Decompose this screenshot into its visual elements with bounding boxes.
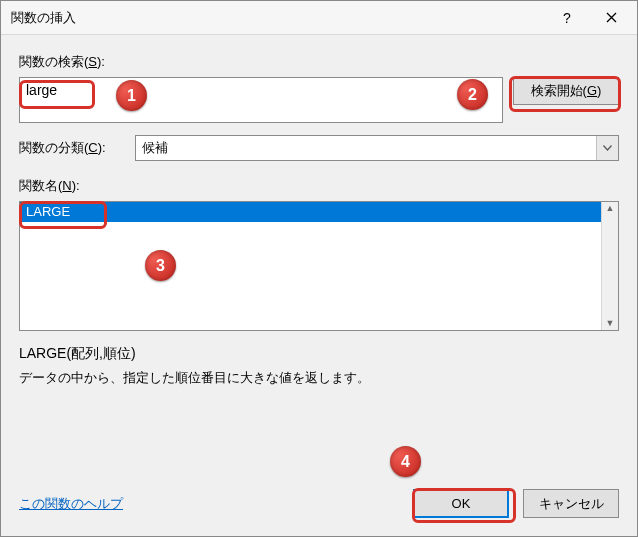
search-label: 関数の検索(S): bbox=[19, 53, 619, 71]
function-name-label: 関数名(N): bbox=[19, 177, 619, 195]
titlebar: 関数の挿入 ? bbox=[1, 1, 637, 35]
dialog-footer: この関数のヘルプ OK キャンセル bbox=[1, 475, 637, 536]
function-list[interactable]: LARGE ▲ ▼ bbox=[19, 201, 619, 331]
category-select[interactable]: 候補 bbox=[135, 135, 619, 161]
search-go-button[interactable]: 検索開始(G) bbox=[513, 77, 619, 105]
scrollbar[interactable]: ▲ ▼ bbox=[601, 202, 618, 330]
category-selected: 候補 bbox=[136, 136, 596, 160]
scroll-down-icon[interactable]: ▼ bbox=[606, 319, 615, 328]
help-icon[interactable]: ? bbox=[545, 3, 589, 33]
help-link[interactable]: この関数のヘルプ bbox=[19, 495, 123, 513]
list-item[interactable]: LARGE bbox=[20, 202, 618, 222]
scroll-up-icon[interactable]: ▲ bbox=[606, 204, 615, 213]
dialog-content: 関数の検索(S): large 検索開始(G) 関数の分類(C): 候補 関数名… bbox=[1, 35, 637, 475]
function-description: データの中から、指定した順位番目に大きな値を返します。 bbox=[19, 369, 619, 387]
insert-function-dialog: 関数の挿入 ? 関数の検索(S): large 検索開始(G) 関数の分類(C)… bbox=[0, 0, 638, 537]
search-row: large 検索開始(G) bbox=[19, 77, 619, 123]
chevron-down-icon[interactable] bbox=[596, 136, 618, 160]
dialog-title: 関数の挿入 bbox=[11, 9, 545, 27]
category-row: 関数の分類(C): 候補 bbox=[19, 135, 619, 161]
close-icon[interactable] bbox=[589, 3, 633, 33]
search-input[interactable]: large bbox=[19, 77, 503, 123]
ok-button[interactable]: OK bbox=[413, 489, 509, 518]
category-label: 関数の分類(C): bbox=[19, 139, 129, 157]
function-syntax: LARGE(配列,順位) bbox=[19, 345, 619, 363]
cancel-button[interactable]: キャンセル bbox=[523, 489, 619, 518]
